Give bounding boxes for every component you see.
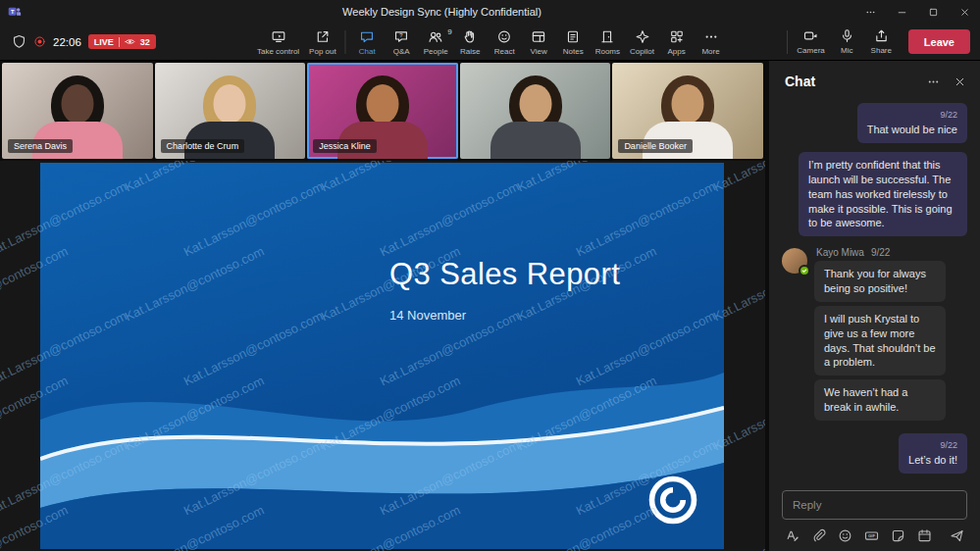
security-shield-icon bbox=[12, 34, 26, 49]
message-text: Thank you for always being so positive! bbox=[824, 267, 936, 296]
toolbar-more-button[interactable]: More bbox=[694, 24, 728, 61]
chat-message-self: I’m pretty confident that this launch wi… bbox=[799, 152, 967, 236]
live-label: LIVE bbox=[94, 37, 114, 47]
schedule-icon[interactable] bbox=[917, 528, 932, 543]
chat-close-icon[interactable] bbox=[954, 75, 966, 88]
presence-available-icon bbox=[799, 265, 810, 276]
chat-icon bbox=[360, 29, 375, 44]
toolbar-take-control-button[interactable]: Take control bbox=[252, 24, 304, 61]
toolbar-button-label: Chat bbox=[359, 47, 376, 56]
stage-column: Serena DavisCharlotte de CrumJessica Kli… bbox=[0, 61, 765, 551]
chat-message-other: I will push Krystal to give us a few mor… bbox=[814, 306, 946, 376]
meeting-content: Serena DavisCharlotte de CrumJessica Kli… bbox=[0, 61, 980, 551]
react-icon bbox=[497, 29, 512, 44]
people-icon bbox=[429, 29, 443, 44]
toolbar-notes-button[interactable]: Notes bbox=[556, 24, 591, 61]
toolbar-chat-button[interactable]: Chat bbox=[350, 24, 385, 61]
viewers-eye-icon bbox=[125, 36, 135, 47]
toolbar-qa-button[interactable]: ?Q&A bbox=[385, 24, 419, 61]
video-tile[interactable]: Charlotte de Crum bbox=[155, 63, 306, 159]
participant-face bbox=[61, 84, 93, 124]
chat-more-icon[interactable] bbox=[927, 75, 940, 88]
chat-message-other: Thank you for always being so positive! bbox=[814, 261, 946, 302]
attach-icon[interactable] bbox=[811, 528, 826, 543]
toolbar-react-button[interactable]: React bbox=[488, 24, 522, 61]
window-minimize-icon[interactable] bbox=[886, 0, 917, 24]
device-buttons: CameraMicShare bbox=[792, 24, 898, 61]
titlebar: T Weekly Design Sync (Highly Confidentia… bbox=[0, 0, 980, 24]
camera-icon bbox=[803, 28, 818, 43]
view-icon bbox=[532, 29, 546, 44]
toolbar-camera-button[interactable]: Camera bbox=[792, 24, 829, 61]
slide-wave-graphics bbox=[40, 163, 724, 549]
message-text: Let’s do it! bbox=[908, 453, 957, 468]
toolbar-button-label: Camera bbox=[797, 46, 824, 55]
toolbar-divider bbox=[787, 30, 788, 54]
toolbar-share-button[interactable]: Share bbox=[864, 24, 899, 61]
message-timestamp: 9/22 bbox=[908, 439, 957, 451]
participant-face bbox=[519, 84, 551, 124]
gif-icon[interactable]: GIF bbox=[864, 528, 879, 543]
message-text: I’m pretty confident that this launch wi… bbox=[808, 158, 957, 230]
leave-button-label: Leave bbox=[924, 36, 954, 48]
reply-input[interactable] bbox=[793, 499, 956, 511]
video-tile[interactable]: Jessica Kline bbox=[307, 63, 458, 159]
toolbar-copilot-button[interactable]: Copilot bbox=[625, 24, 659, 61]
video-tile[interactable] bbox=[460, 63, 611, 159]
toolbar-button-label: Share bbox=[871, 46, 892, 55]
toolbar-button-label: Pop out bbox=[309, 47, 336, 56]
presentation-slide: Q3 Sales Report 14 November bbox=[40, 163, 724, 549]
notes-icon bbox=[566, 29, 581, 44]
participant-name: Jessica Kline bbox=[313, 139, 377, 153]
toolbar-apps-button[interactable]: Apps bbox=[659, 24, 694, 61]
toolbar-button-label: React bbox=[494, 47, 515, 56]
toolbar-button-label: Notes bbox=[563, 47, 584, 56]
viewer-count: 32 bbox=[140, 37, 150, 47]
meeting-status-cluster: 22:06 LIVE 32 bbox=[0, 34, 156, 49]
participant-body bbox=[490, 122, 581, 159]
author-name: Kayo Miwa bbox=[816, 247, 864, 258]
toolbar-view-button[interactable]: View bbox=[522, 24, 556, 61]
video-tile[interactable]: Danielle Booker bbox=[612, 63, 763, 159]
toolbar-people-button[interactable]: 9People bbox=[419, 24, 453, 61]
pop-out-icon bbox=[315, 29, 330, 44]
chat-panel-title: Chat bbox=[785, 74, 913, 89]
reply-box[interactable] bbox=[782, 490, 967, 520]
toolbar-raise-button[interactable]: Raise bbox=[453, 24, 488, 61]
participant-name: Danielle Booker bbox=[618, 139, 693, 153]
raise-icon bbox=[463, 29, 478, 44]
leave-button[interactable]: Leave bbox=[908, 29, 970, 54]
video-tile[interactable]: Serena Davis bbox=[2, 63, 153, 159]
message-author-line: Kayo Miwa9/22 bbox=[816, 247, 890, 258]
format-icon[interactable] bbox=[785, 528, 799, 543]
send-icon[interactable] bbox=[950, 528, 964, 543]
window-maximize-icon[interactable] bbox=[917, 0, 949, 24]
chat-message-other: We haven’t had a break in awhile. bbox=[814, 379, 946, 421]
window-close-icon[interactable] bbox=[949, 0, 980, 24]
meeting-timer: 22:06 bbox=[53, 36, 81, 48]
window-controls bbox=[854, 0, 980, 24]
emoji-icon[interactable] bbox=[838, 528, 852, 543]
toolbar-mic-button[interactable]: Mic bbox=[830, 24, 864, 61]
more-icon bbox=[703, 29, 718, 44]
message-timestamp: 9/22 bbox=[871, 247, 890, 258]
toolbar-button-label: People bbox=[424, 47, 448, 56]
toolbar-right-cluster: CameraMicShare Leave bbox=[783, 24, 980, 61]
recording-indicator-icon bbox=[33, 35, 46, 48]
composer-icon-row: GIF bbox=[782, 528, 967, 543]
toolbar-button-label: Q&A bbox=[393, 47, 410, 56]
slide-title: Q3 Sales Report bbox=[389, 257, 620, 292]
sticker-icon[interactable] bbox=[891, 528, 905, 543]
avatar[interactable] bbox=[782, 248, 807, 274]
apps-icon bbox=[669, 29, 684, 44]
window-more-icon[interactable] bbox=[854, 0, 886, 24]
presentation-stage: Q3 Sales Report 14 November Kat.Larsson@… bbox=[0, 161, 765, 551]
toolbar-rooms-button[interactable]: Rooms bbox=[591, 24, 625, 61]
toolbar-pop-out-button[interactable]: Pop out bbox=[304, 24, 341, 61]
rooms-icon bbox=[600, 29, 615, 44]
toolbar-divider bbox=[345, 30, 346, 54]
toolbar-button-label: Raise bbox=[460, 47, 480, 56]
slide-text-block: Q3 Sales Report 14 November bbox=[389, 257, 620, 323]
message-timestamp: 9/22 bbox=[867, 109, 957, 121]
video-gallery: Serena DavisCharlotte de CrumJessica Kli… bbox=[0, 61, 765, 161]
